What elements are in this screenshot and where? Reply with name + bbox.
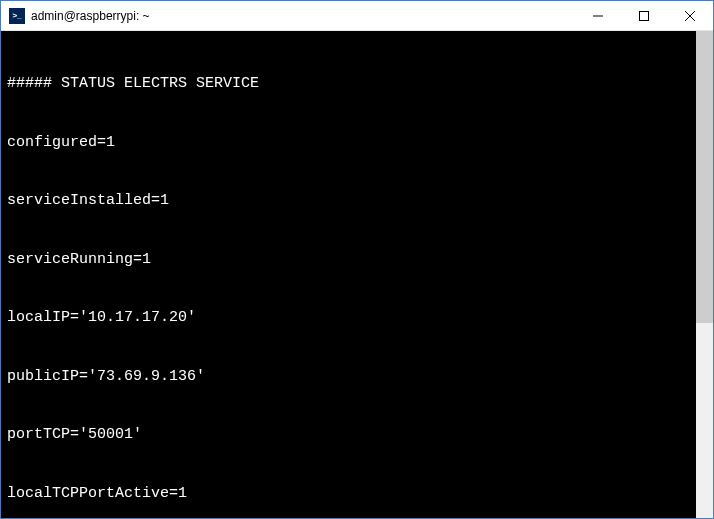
title-bar: admin@raspberrypi: ~ [1,1,713,31]
window-controls [575,1,713,30]
svg-rect-1 [640,11,649,20]
vertical-scrollbar[interactable] [696,31,713,518]
scrollbar-thumb[interactable] [696,31,713,323]
status-header: ##### STATUS ELECTRS SERVICE [7,74,690,94]
status-line: localTCPPortActive=1 [7,484,690,504]
terminal-window: admin@raspberrypi: ~ ##### STATUS ELECTR… [0,0,714,519]
status-line: localIP='10.17.17.20' [7,308,690,328]
status-line: publicIP='73.69.9.136' [7,367,690,387]
status-line: serviceRunning=1 [7,250,690,270]
maximize-button[interactable] [621,1,667,30]
window-title: admin@raspberrypi: ~ [31,9,575,23]
status-line: serviceInstalled=1 [7,191,690,211]
terminal-container: ##### STATUS ELECTRS SERVICE configured=… [1,31,713,518]
status-line: portTCP='50001' [7,425,690,445]
terminal-output[interactable]: ##### STATUS ELECTRS SERVICE configured=… [1,31,696,518]
minimize-button[interactable] [575,1,621,30]
close-button[interactable] [667,1,713,30]
powershell-icon [9,8,25,24]
status-line: configured=1 [7,133,690,153]
